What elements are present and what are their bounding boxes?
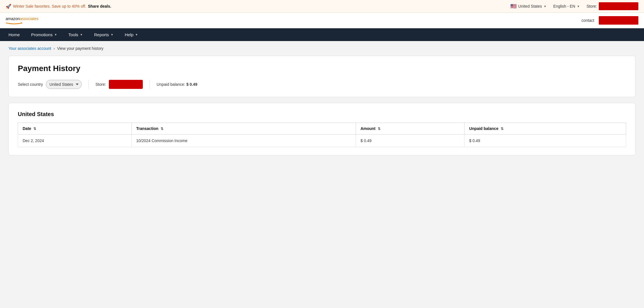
col-header-unpaid-balance[interactable]: Unpaid balance ⇅ [464,123,626,134]
nav-home-label: Home [8,32,20,37]
nav-item-promotions[interactable]: Promotions ▼ [25,28,63,41]
us-flag-icon: 🇺🇸 [510,3,517,9]
unpaid-balance-label: Unpaid balance: $ 0.49 [157,82,197,87]
promotions-chevron-icon: ▼ [54,33,57,36]
country-filter-group: Select country United States [18,80,89,89]
table-region-title: United States [18,111,626,117]
country-label: United States [518,4,542,8]
share-deals-link[interactable]: Share deals. [88,4,111,8]
unpaid-balance-group: Unpaid balance: $ 0.49 [150,82,204,87]
nav-promotions-label: Promotions [31,32,53,37]
col-header-date[interactable]: Date ⇅ [18,123,132,134]
breadcrumb-separator: › [53,46,55,51]
header: amazonassociates contact [0,13,644,28]
header-store-redacted [599,16,638,25]
store-filter-group: Store: [89,80,150,89]
top-banner-left: 🚀 Winter Sale favorites. Save up to 40% … [6,4,111,9]
breadcrumb-current: View your payment history [57,46,103,51]
logo-associates-text: associates [20,16,38,21]
language-selector[interactable]: English - EN ▼ [553,4,580,8]
nav-help-label: Help [125,32,133,37]
sort-transaction-icon: ⇅ [161,127,163,131]
main-content: Payment History Select country United St… [0,56,644,164]
nav-item-home[interactable]: Home [3,28,25,41]
nav-item-help[interactable]: Help ▼ [119,28,144,41]
header-right: contact [582,16,638,25]
unpaid-balance-amount: $ 0.49 [186,82,197,87]
store-label: Store: [96,82,106,87]
help-chevron-icon: ▼ [135,33,138,36]
table-body: Dec 2, 2024 10/2024 Commission Income $ … [18,134,626,147]
select-country-label: Select country [18,82,43,87]
cell-date: Dec 2, 2024 [18,134,132,147]
rocket-icon: 🚀 [6,4,11,9]
col-header-transaction[interactable]: Transaction ⇅ [131,123,356,134]
top-banner: 🚀 Winter Sale favorites. Save up to 40% … [0,0,644,13]
contact-link[interactable]: contact [582,18,594,23]
col-header-amount[interactable]: Amount ⇅ [356,123,464,134]
sort-amount-icon: ⇅ [378,127,381,131]
payment-history-card: Payment History Select country United St… [8,56,636,97]
page-title: Payment History [18,64,626,73]
language-chevron-icon: ▼ [577,5,580,8]
table-card: United States Date ⇅ Transaction ⇅ Amoun… [8,103,636,155]
store-label-top: Store: [587,4,597,8]
country-chevron-icon: ▼ [544,5,546,8]
logo-text: amazonassociates [6,16,38,21]
nav-tools-label: Tools [68,32,78,37]
sale-text: Winter Sale favorites. Save up to 40% of… [13,4,86,8]
store-selector-top[interactable]: Store: [587,2,638,10]
nav-reports-label: Reports [94,32,109,37]
nav: Home Promotions ▼ Tools ▼ Reports ▼ Help… [0,28,644,41]
cell-amount: $ 0.49 [356,134,464,147]
amazon-smile-icon [6,22,23,24]
payment-table: Date ⇅ Transaction ⇅ Amount ⇅ Unpaid bal… [18,123,626,147]
table-header: Date ⇅ Transaction ⇅ Amount ⇅ Unpaid bal… [18,123,626,134]
tools-chevron-icon: ▼ [80,33,83,36]
sort-unpaid-icon: ⇅ [501,127,503,131]
sort-date-icon: ⇅ [33,127,36,131]
cell-unpaid-balance: $ 0.49 [464,134,626,147]
logo[interactable]: amazonassociates [6,16,38,24]
country-select[interactable]: United States [46,80,82,89]
reports-chevron-icon: ▼ [111,33,113,36]
cell-transaction: 10/2024 Commission Income [131,134,356,147]
nav-item-tools[interactable]: Tools ▼ [63,28,88,41]
logo-amazon-text: amazon [6,16,20,21]
filters-row: Select country United States Store: Unpa… [18,80,626,89]
breadcrumb: Your associates account › View your paym… [0,41,644,56]
table-row: Dec 2, 2024 10/2024 Commission Income $ … [18,134,626,147]
language-label: English - EN [553,4,575,8]
breadcrumb-account-link[interactable]: Your associates account [8,46,51,51]
nav-item-reports[interactable]: Reports ▼ [88,28,119,41]
store-value-redacted-top [599,2,638,10]
top-banner-right: 🇺🇸 United States ▼ English - EN ▼ Store: [510,2,638,10]
country-selector[interactable]: 🇺🇸 United States ▼ [510,3,546,9]
store-value-redacted [109,80,143,89]
